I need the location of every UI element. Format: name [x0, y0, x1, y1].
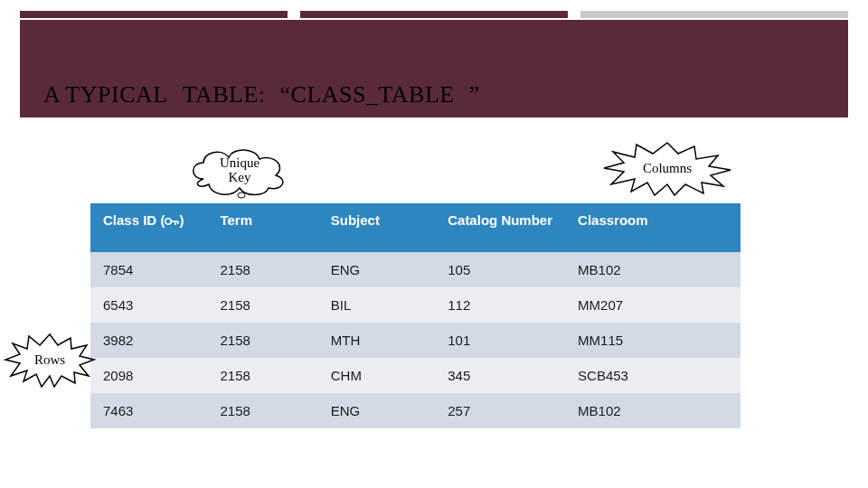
callout-unique-key-label: Unique Key — [185, 155, 294, 184]
svg-point-3 — [165, 219, 171, 224]
table-body: 7854 2158 ENG 105 MB102 6543 2158 BIL 11… — [90, 252, 741, 428]
col-header-term: Term — [207, 203, 317, 252]
accent-seg — [580, 11, 848, 18]
table-row: 7463 2158 ENG 257 MB102 — [90, 393, 741, 428]
cell-term: 2158 — [207, 287, 317, 323]
cell-catalog: 112 — [435, 287, 565, 323]
table-row: 6543 2158 BIL 112 MM207 — [90, 287, 741, 323]
accent-seg — [300, 11, 568, 18]
cell-classroom: MB102 — [565, 393, 741, 428]
table-row: 2098 2158 CHM 345 SCB453 — [90, 358, 741, 393]
col-header-subject: Subject — [318, 203, 435, 252]
cell-subject: MTH — [318, 323, 435, 358]
title-suffix: ” — [469, 81, 480, 108]
col-header-class-id: Class ID ( ) — [90, 203, 207, 252]
cell-classroom: SCB453 — [565, 358, 741, 393]
cell-catalog: 345 — [435, 358, 565, 393]
cell-catalog: 101 — [435, 323, 565, 358]
col-header-class-id-label: Class ID — [103, 212, 156, 228]
cell-class-id: 3982 — [90, 323, 207, 358]
cell-catalog: 257 — [435, 393, 565, 428]
accent-bar — [20, 11, 848, 18]
callout-rows: Rows — [5, 334, 94, 385]
svg-point-0 — [238, 192, 245, 198]
cell-subject: ENG — [318, 393, 435, 428]
cell-classroom: MB102 — [565, 252, 741, 287]
col-header-classroom: Classroom — [565, 203, 741, 252]
col-header-catalog: Catalog Number — [435, 203, 565, 252]
title-name: “CLASS_TABLE — [280, 81, 455, 108]
callout-columns-label: Columns — [643, 161, 692, 176]
table-row: 3982 2158 MTH 101 MM115 — [90, 323, 741, 358]
cell-term: 2158 — [207, 323, 317, 358]
cell-subject: BIL — [318, 287, 435, 323]
callout-rows-label: Rows — [34, 352, 65, 368]
table-row: 7854 2158 ENG 105 MB102 — [90, 252, 741, 287]
cell-class-id: 6543 — [90, 287, 207, 323]
slide-title: A TYPICAL TABLE: “CLASS_TABLE ” — [43, 81, 480, 108]
cell-classroom: MM115 — [565, 323, 741, 358]
cell-class-id: 7463 — [90, 393, 207, 428]
cell-class-id: 2098 — [90, 358, 207, 393]
cell-catalog: 105 — [435, 252, 565, 287]
class-table: Class ID ( ) Term Subject Catalog Number… — [90, 203, 741, 428]
table-header-row: Class ID ( ) Term Subject Catalog Number… — [90, 203, 741, 252]
cell-subject: ENG — [318, 252, 435, 287]
title-mid: TABLE: — [183, 81, 266, 108]
cell-term: 2158 — [207, 358, 317, 393]
title-prefix: A TYPICAL — [43, 81, 168, 108]
cell-classroom: MM207 — [565, 287, 741, 323]
cell-subject: CHM — [318, 358, 435, 393]
cell-class-id: 7854 — [90, 252, 207, 287]
callout-columns: Columns — [604, 143, 731, 193]
accent-seg — [20, 11, 288, 18]
callout-unique-key: Unique Key — [185, 143, 294, 199]
key-icon: ( ) — [160, 212, 184, 228]
cell-term: 2158 — [207, 252, 317, 287]
cell-term: 2158 — [207, 393, 317, 428]
